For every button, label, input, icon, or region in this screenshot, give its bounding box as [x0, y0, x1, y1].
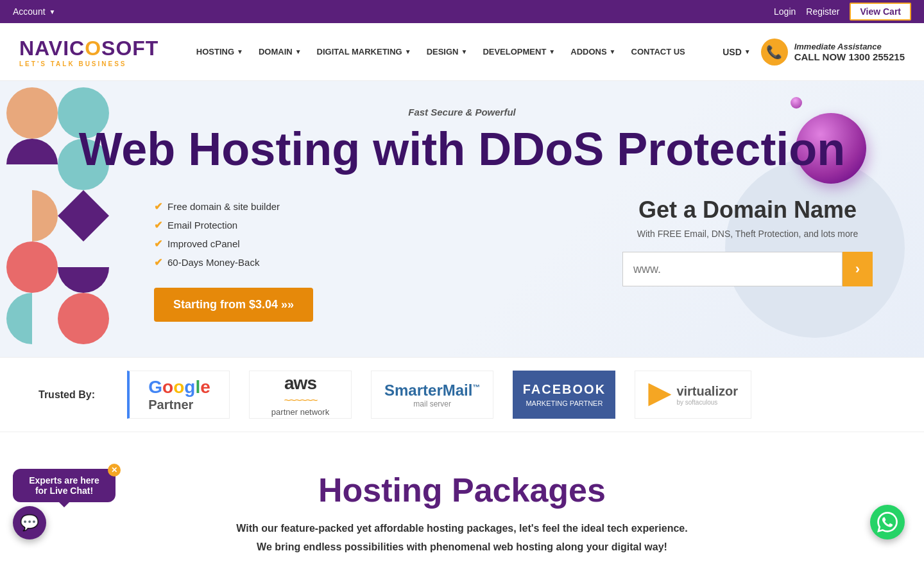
virtualizor-logo: virtualizor by softaculous	[635, 371, 751, 419]
hero-subtitle: Fast Secure & Powerful	[77, 107, 847, 118]
geo-shape-7	[6, 241, 58, 293]
nav-item-contact-us[interactable]: CONTACT US	[625, 42, 692, 62]
top-bar-right: Login Register View Cart	[774, 3, 911, 21]
nav-item-digital-marketing[interactable]: DIGITAL MARKETING ▼	[311, 42, 418, 62]
feature-text-3: Improved cPanel	[167, 238, 240, 249]
chat-bubble-text: Experts are here for Live Chat!	[29, 475, 99, 496]
hero-cta-wrap: Starting from $3.04 »»	[154, 288, 847, 322]
navbar: NAVICOSOFT LET'S TALK BUSINESS HOSTING ▼…	[0, 23, 924, 81]
chat-avatar-button[interactable]: 💬	[13, 506, 46, 539]
google-g-text: Google	[148, 377, 210, 398]
account-label: Account	[13, 6, 46, 17]
hero-section: Fast Secure & Powerful Web Hosting with …	[0, 81, 924, 357]
features-list: ✔Free domain & site builder ✔Email Prote…	[154, 200, 280, 275]
whatsapp-button[interactable]	[870, 505, 905, 539]
smartermail-content: SmarterMail™ mail server	[384, 381, 480, 408]
packages-desc-2: We bring endless possibilities with phen…	[51, 538, 873, 557]
nav-item-domain[interactable]: DOMAIN ▼	[252, 42, 308, 62]
addons-chevron-icon: ▼	[610, 48, 616, 55]
trademark-icon: ™	[472, 383, 480, 392]
design-chevron-icon: ▼	[461, 48, 467, 55]
packages-section: Hosting Packages With our feature-packed…	[0, 432, 924, 578]
virtualizor-content: virtualizor by softaculous	[648, 383, 738, 407]
nav-item-hosting[interactable]: HOSTING ▼	[190, 42, 250, 62]
whatsapp-icon	[877, 512, 898, 532]
feature-item-4: ✔60-Days Money-Back	[154, 256, 280, 268]
logo-o: O	[85, 37, 101, 60]
chat-close-button[interactable]: ✕	[108, 464, 121, 477]
login-link[interactable]: Login	[774, 6, 796, 17]
domain-search-button[interactable]: ›	[843, 252, 873, 286]
chat-widget: Experts are here for Live Chat! ✕ 💬	[13, 469, 116, 539]
logo-text: NAVICOSOFT	[19, 37, 158, 60]
domain-search: ›	[622, 252, 873, 286]
currency-label: USD	[723, 47, 742, 57]
phone-text: Immediate Assistance CALL NOW 1300 25521…	[794, 42, 905, 62]
check-icon-3: ✔	[154, 238, 162, 250]
feature-text-2: Email Protection	[167, 220, 237, 231]
hosting-chevron-icon: ▼	[237, 48, 243, 55]
packages-title: Hosting Packages	[51, 471, 873, 509]
domain-title: Get a Domain Name	[622, 197, 873, 223]
aws-logo-row: aws	[284, 373, 316, 394]
feature-text-4: 60-Days Money-Back	[167, 257, 259, 268]
domain-search-input[interactable]	[622, 252, 843, 286]
facebook-marketing: MARKETING PARTNER	[526, 399, 603, 407]
chat-bubble-wrapper: Experts are here for Live Chat! ✕	[13, 469, 116, 506]
domain-chevron-icon: ▼	[295, 48, 302, 55]
register-link[interactable]: Register	[806, 6, 839, 17]
geo-shape-1	[6, 87, 58, 139]
virtualizor-sub: by softaculous	[676, 399, 738, 406]
domain-desc: With FREE Email, DNS, Theft Protection, …	[622, 229, 873, 239]
hero-center: Fast Secure & Powerful Web Hosting with …	[77, 107, 847, 175]
google-partner-logo: Google Partner	[127, 371, 230, 419]
smartermail-logo: SmarterMail™ mail server	[371, 371, 493, 419]
aws-text: aws	[284, 373, 316, 394]
account-chevron-icon: ▼	[49, 8, 56, 15]
feature-text-1: Free domain & site builder	[167, 201, 280, 212]
smartermail-sub: mail server	[413, 399, 451, 408]
digital-marketing-chevron-icon: ▼	[405, 48, 411, 55]
logo-sub: LET'S TALK BUSINESS	[19, 60, 158, 67]
nav-item-addons[interactable]: ADDONS ▼	[564, 42, 622, 62]
nav-links: HOSTING ▼ DOMAIN ▼ DIGITAL MARKETING ▼ D…	[190, 42, 692, 62]
geo-shape-8	[6, 293, 58, 344]
top-bar: Account ▼ Login Register View Cart	[0, 0, 924, 23]
check-icon-2: ✔	[154, 219, 162, 231]
facebook-partner-logo: FACEBOOK MARKETING PARTNER	[513, 371, 615, 419]
aws-logo-content: aws ~~~~~~ partner network	[271, 373, 329, 417]
geo-shape-3	[6, 139, 58, 190]
currency-selector[interactable]: USD ▼	[723, 47, 750, 57]
google-partner-content: Google Partner	[148, 377, 210, 412]
view-cart-button[interactable]: View Cart	[850, 3, 911, 21]
feature-item-3: ✔Improved cPanel	[154, 238, 280, 250]
trusted-label: Trusted By:	[38, 389, 95, 401]
hero-title: Web Hosting with DDoS Protection	[77, 124, 847, 175]
phone-number[interactable]: CALL NOW 1300 255215	[794, 51, 905, 62]
assistance-label: Immediate Assistance	[794, 42, 905, 51]
packages-desc-1: With our feature-packed yet affordable h…	[51, 520, 873, 538]
chat-bubble: Experts are here for Live Chat! ✕	[13, 469, 116, 502]
domain-content: Get a Domain Name With FREE Email, DNS, …	[610, 197, 886, 286]
currency-chevron-icon: ▼	[744, 48, 751, 55]
feature-item-2: ✔Email Protection	[154, 219, 280, 231]
aws-partner-text: partner network	[271, 407, 329, 417]
virtualizor-icon	[648, 383, 671, 407]
nav-item-development[interactable]: DEVELOPMENT ▼	[476, 42, 561, 62]
facebook-name: FACEBOOK	[523, 382, 606, 397]
logo[interactable]: NAVICOSOFT LET'S TALK BUSINESS	[19, 37, 158, 67]
feature-item-1: ✔Free domain & site builder	[154, 200, 280, 213]
smartermail-brand: SmarterMail™	[384, 381, 480, 399]
trusted-bar: Trusted By: Google Partner aws ~~~~~~ pa…	[0, 357, 924, 432]
geo-shape-5	[6, 190, 58, 241]
google-partner-text: Partner	[148, 398, 193, 412]
check-icon-1: ✔	[154, 200, 162, 213]
aws-arrow-row: ~~~~~~	[284, 394, 316, 407]
nav-item-design[interactable]: DESIGN ▼	[420, 42, 474, 62]
account-menu[interactable]: Account ▼	[13, 6, 56, 17]
phone-box: 📞 Immediate Assistance CALL NOW 1300 255…	[761, 39, 905, 66]
phone-icon: 📞	[761, 39, 788, 66]
hero-cta-button[interactable]: Starting from $3.04 »»	[154, 288, 313, 322]
aws-arrow-icon: ~~~~~~	[284, 394, 316, 407]
virtualizor-text: virtualizor	[676, 384, 738, 399]
